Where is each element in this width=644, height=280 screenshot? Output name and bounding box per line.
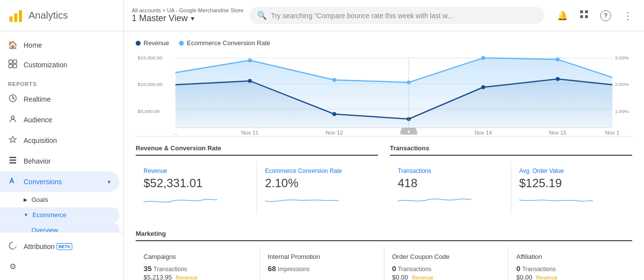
more-options-button[interactable]: ⋮ xyxy=(618,7,636,25)
internal-promotion-impressions: 68 Impressions xyxy=(268,264,376,273)
sidebar-item-acquisition[interactable]: Acquisition xyxy=(0,130,119,151)
view-selector[interactable]: 1 Master View ▼ xyxy=(132,13,243,24)
sidebar-item-customization-label: Customization xyxy=(24,61,67,69)
sidebar-item-goals[interactable]: ▶ Goals xyxy=(0,192,119,207)
sidebar-item-audience[interactable]: Audience xyxy=(0,110,119,130)
help-icon: ? xyxy=(600,10,611,21)
metric-transactions: Transactions 418 xyxy=(390,162,511,214)
metric-transactions-value: 418 xyxy=(398,176,503,190)
svg-rect-13 xyxy=(585,10,588,13)
svg-rect-11 xyxy=(9,162,16,164)
acquisition-icon xyxy=(8,135,18,146)
sidebar-item-home-label: Home xyxy=(24,41,42,49)
svg-rect-5 xyxy=(9,64,12,68)
sidebar-item-audience-label: Audience xyxy=(24,116,52,124)
svg-rect-2 xyxy=(19,10,22,22)
sidebar-item-settings[interactable]: ⚙ xyxy=(0,257,119,276)
svg-text:$5,000.00: $5,000.00 xyxy=(138,109,160,114)
search-icon: 🔍 xyxy=(257,11,267,20)
search-bar[interactable]: 🔍 Try searching "Compare bounce rate thi… xyxy=(249,7,544,24)
chart-container: $15,000.00 $10,000.00 $5,000.00 3.00% 2.… xyxy=(136,51,632,137)
svg-text:Nov 1: Nov 1 xyxy=(605,130,619,136)
home-icon: 🏠 xyxy=(8,40,18,50)
conversions-icon xyxy=(8,176,18,187)
campaigns-label: Campaigns xyxy=(144,253,252,260)
legend-revenue: Revenue xyxy=(136,39,169,47)
revenue-sparkline xyxy=(144,192,217,207)
topbar: All accounts > UA - Google Merchandise S… xyxy=(124,0,644,31)
content-area: Revenue Ecommerce Conversion Rate $15,00… xyxy=(124,31,644,280)
transactions-sparkline xyxy=(398,192,471,207)
svg-text:$15,000.00: $15,000.00 xyxy=(138,55,163,60)
sidebar-item-attribution[interactable]: Attribution BETA xyxy=(0,236,123,257)
view-dropdown-icon: ▼ xyxy=(190,15,196,22)
sidebar-item-goals-label: Goals xyxy=(31,196,48,203)
sidebar-item-conversions[interactable]: Conversions ▼ xyxy=(0,171,119,192)
sidebar-app-title: Analytics xyxy=(29,10,68,21)
topbar-icons: 🔔 ? ⋮ xyxy=(554,7,636,25)
metric-avg-order-label: Avg. Order Value xyxy=(519,168,624,174)
sidebar-item-overview[interactable]: Overview xyxy=(0,223,119,232)
svg-text:$10,000.00: $10,000.00 xyxy=(138,82,163,87)
campaigns-transactions-label: Transactions xyxy=(153,266,187,273)
audience-icon xyxy=(8,114,18,125)
search-placeholder: Try searching "Compare bounce rate this … xyxy=(271,12,453,20)
affiliation-label: Affiliation xyxy=(516,253,624,260)
order-coupon-revenue-value: $0.00 xyxy=(392,274,409,280)
chart-svg: $15,000.00 $10,000.00 $5,000.00 3.00% 2.… xyxy=(136,51,632,136)
goals-expand-icon: ▶ xyxy=(24,197,28,202)
order-coupon-label: Order Coupon Code xyxy=(392,253,500,260)
sidebar-item-home[interactable]: 🏠 Home xyxy=(0,35,119,55)
svg-text:Nov 14: Nov 14 xyxy=(474,130,492,136)
svg-rect-0 xyxy=(9,16,12,22)
sidebar-item-realtime[interactable]: Realtime xyxy=(0,89,119,110)
affiliation-revenue: $0.00 Revenue xyxy=(516,274,624,280)
sidebar-item-behavior[interactable]: Behavior xyxy=(0,151,119,171)
sidebar-item-conversions-label: Conversions xyxy=(24,178,62,186)
beta-badge: BETA xyxy=(57,243,72,250)
affiliation-stat-label: Transactions xyxy=(522,266,556,273)
apps-button[interactable] xyxy=(575,7,593,25)
svg-point-36 xyxy=(481,85,485,89)
campaigns-revenue-label: Revenue xyxy=(176,275,197,280)
apps-icon xyxy=(579,9,589,22)
account-info: All accounts > UA - Google Merchandise S… xyxy=(132,7,243,24)
order-coupon-stat-label: Transactions xyxy=(398,266,431,273)
attribution-icon xyxy=(8,241,18,252)
order-coupon-revenue-label: Revenue xyxy=(412,275,434,280)
svg-text:Nov 12: Nov 12 xyxy=(325,130,343,136)
svg-point-34 xyxy=(332,112,336,116)
campaigns-revenue-value: $5,213.95 xyxy=(144,274,172,280)
svg-rect-15 xyxy=(585,15,588,18)
revenue-section-title: Revenue & Conversion Rate xyxy=(136,144,378,156)
affiliation-revenue-label: Revenue xyxy=(536,275,557,280)
internal-promotion-label: Internal Promotion xyxy=(268,253,376,260)
ecommerce-rate-dot xyxy=(179,41,184,46)
help-button[interactable]: ? xyxy=(597,7,615,25)
metric-revenue: Revenue $52,331.01 xyxy=(136,162,257,214)
sidebar-item-ecommerce[interactable]: ▼ Ecommerce xyxy=(0,207,119,223)
sidebar-item-customization[interactable]: Customization xyxy=(0,55,119,75)
svg-rect-14 xyxy=(580,15,583,18)
order-coupon-transactions: 0 Transactions xyxy=(392,264,500,273)
internal-promotion-num: 68 xyxy=(268,264,276,273)
revenue-conversion-section: Revenue & Conversion Rate Revenue $52,33… xyxy=(136,144,378,214)
revenue-dot xyxy=(136,41,141,46)
campaigns-transactions: 35 Transactions xyxy=(144,264,252,273)
notification-button[interactable]: 🔔 xyxy=(554,7,571,25)
metric-ecommerce-rate-value: 2.10% xyxy=(265,176,370,190)
metrics-wrapper: Revenue & Conversion Rate Revenue $52,33… xyxy=(136,144,632,222)
marketing-grid: Campaigns 35 Transactions $5,213.95 Reve… xyxy=(136,247,632,280)
svg-rect-1 xyxy=(14,13,17,22)
svg-point-8 xyxy=(11,116,14,119)
metric-avg-order: Avg. Order Value $125.19 xyxy=(511,162,632,214)
marketing-section: Marketing Campaigns 35 Transactions $5,2… xyxy=(136,230,632,280)
affiliation-revenue-value: $0.00 xyxy=(516,274,532,280)
svg-point-37 xyxy=(556,77,559,81)
notification-icon: 🔔 xyxy=(557,10,568,21)
transactions-metrics-section: Transactions Transactions 418 Avg. Order… xyxy=(390,144,632,214)
sidebar-item-acquisition-label: Acquisition xyxy=(24,137,57,144)
attribution-label: Attribution xyxy=(24,243,55,251)
svg-rect-4 xyxy=(13,60,17,63)
marketing-card-campaigns: Campaigns 35 Transactions $5,213.95 Reve… xyxy=(136,247,260,280)
